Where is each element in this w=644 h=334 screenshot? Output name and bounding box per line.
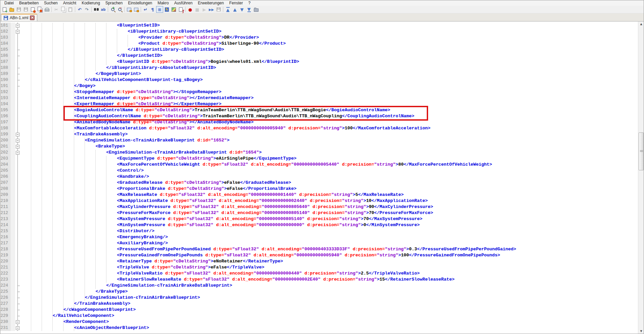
zoom-out-button[interactable]: − [116,6,123,13]
save-button[interactable] [15,6,22,13]
editor-area[interactable]: 181 <BlueprintSetID>182 <iBlueprintLibra… [0,22,644,334]
code-line-206[interactable]: 206 <Handbrake/> [0,174,638,180]
code-line-202[interactable]: 202 <EngineSimulation-cTrainAirBrakeData… [0,150,638,156]
tab-abn-1-xml[interactable]: ABn-1.xml ✕ [1,14,37,21]
code-line-198[interactable]: 198 <MaxComfortableAcceleration d:type="… [0,125,638,131]
code-line-210[interactable]: 210 <MaxApplicationRate d:type="sFloat32… [0,198,638,204]
code-line-216[interactable]: 216 <EmergencyBraking/> [0,234,638,240]
menu-item-fenster[interactable]: Fenster [227,0,246,6]
menu-item-ausf-hren[interactable]: Ausführen [172,0,195,6]
code-line-205[interactable]: 205 <Control/> [0,168,638,174]
fold-collapse-box[interactable] [16,320,19,324]
code-line-196[interactable]: 196 <CouplingAudioControlName d:type="cD… [0,113,638,119]
indent-guide-button[interactable]: ≡ [156,6,163,13]
code-pane[interactable]: 181 <BlueprintSetID>182 <iBlueprintLibra… [0,22,638,334]
macro-play-button[interactable]: ▶ [201,6,208,13]
code-line-221[interactable]: 221 <TripleValve d:type="cDeltaString">e… [0,264,638,270]
menu-item-suchen[interactable]: Suchen [41,0,60,6]
sync-horizontal-button[interactable] [133,6,140,13]
code-line-207[interactable]: 207 <GraduatedRelease d:type="cDeltaStri… [0,180,638,186]
code-line-208[interactable]: 208 <ProportionalBrake d:type="cDeltaStr… [0,186,638,192]
scroll-down-arrow[interactable]: ▼ [638,329,644,334]
cut-button[interactable]: ✂ [53,6,60,13]
code-line-197[interactable]: 197 <AnimatedBodyNodeName d:type="cDelta… [0,119,638,125]
word-wrap-button[interactable]: ↵ [142,6,149,13]
code-line-185[interactable]: 185 </iBlueprintLibrary-cBlueprintSetID> [0,47,638,53]
code-line-200[interactable]: 200 <EngineSimulation-cTrainAirBrakeBlue… [0,137,638,143]
workspace-folder-button[interactable] [252,6,260,13]
show-all-chars-button[interactable]: ¶ [149,6,156,13]
menu-item-erweiterungen[interactable]: Erweiterungen [195,0,226,6]
function-list-button[interactable]: ƒ [177,6,184,13]
save-all-button[interactable] [22,6,29,13]
scroll-up-arrow[interactable]: ▲ [638,22,644,27]
code-line-214[interactable]: 214 <MinSystemPressure d:type="sFloat32"… [0,222,638,228]
code-line-204[interactable]: 204 <MaxForcePercentOfVehicleWeight d:ty… [0,162,638,168]
code-line-184[interactable]: 184 <Product d:type="cDeltaString">Silbe… [0,41,638,47]
code-line-188[interactable]: 188 </iBlueprintLibrary-cAbsoluteBluepri… [0,65,638,71]
fold-collapse-box[interactable] [16,24,19,28]
fold-collapse-box[interactable] [16,139,19,142]
code-line-222[interactable]: 222 <TripleValveRatio d:type="sFloat32" … [0,270,638,277]
code-line-229[interactable]: 229 </RailVehicleComponent> [0,313,638,319]
nav-last-button[interactable]: ▼ [245,6,252,13]
code-line-191[interactable]: 191 </Bogey> [0,83,638,89]
code-line-218[interactable]: 218 <PressureUsedFromPipePerPoundGained … [0,246,638,252]
code-line-223[interactable]: 223 <RetainerSlowReleaseRate d:type="sFl… [0,277,638,283]
paste-button[interactable] [67,6,74,13]
code-line-213[interactable]: 213 <MaxSystemPressure d:type="sFloat32"… [0,216,638,222]
code-line-189[interactable]: 189 </BogeyBlueprint> [0,71,638,77]
macro-run-multiple-button[interactable]: ▶▶ [208,6,215,13]
nav-first-button[interactable]: ▲ [224,6,231,13]
menu-item-makro[interactable]: Makro [155,0,171,6]
fold-collapse-box[interactable] [16,326,19,330]
code-line-181[interactable]: 181 <BlueprintSetID> [0,23,638,29]
vertical-scrollbar[interactable]: ▲ ▼ [638,22,644,334]
zoom-in-button[interactable]: + [109,6,116,13]
code-line-192[interactable]: 192 <StopgoRemapper d:type="cDeltaString… [0,89,638,95]
sync-vertical-button[interactable] [126,6,133,13]
replace-button[interactable]: ab [100,6,107,13]
code-line-224[interactable]: 224 </EngineSimulation-cTrainAirBrakeDat… [0,283,638,289]
close-button[interactable]: ● [29,6,36,13]
code-line-183[interactable]: 183 <Provider d:type="cDeltaString">DR</… [0,35,638,41]
fold-collapse-box[interactable] [16,145,19,149]
code-line-226[interactable]: 226 </EngineSimulation-cTrainAirBrakeBlu… [0,295,638,301]
code-line-227[interactable]: 227 </TrainBrakeAssembly> [0,301,638,307]
nav-next-button[interactable]: ▼ [238,6,245,13]
menu-item-help[interactable]: ? [245,0,253,6]
tab-close-icon[interactable]: ✕ [30,15,35,20]
code-line-212[interactable]: 212 <PressureForMaxForce d:type="sFloat3… [0,210,638,216]
code-line-231[interactable]: 231 <cAnimObjectRenderBlueprint> [0,325,638,331]
function-completion-button[interactable]: ϟ [163,6,170,13]
code-line-201[interactable]: 201 <BrakeType> [0,143,638,150]
code-line-228[interactable]: 228 </cWagonComponentBlueprint> [0,307,638,313]
menu-item-datei[interactable]: Datei [2,0,16,6]
fold-collapse-box[interactable] [16,133,19,136]
code-line-193[interactable]: 193 <IntermediateRemapper d:type="cDelta… [0,95,638,101]
macro-record-button[interactable]: ● [187,6,194,13]
code-line-209[interactable]: 209 <MaxReleaseRate d:type="sFloat32" d:… [0,192,638,198]
code-line-215[interactable]: 215 <Distributor/> [0,228,638,234]
code-line-211[interactable]: 211 <MaxCylinderPressure d:type="sFloat3… [0,204,638,210]
code-line-220[interactable]: 220 <RetainerType d:type="cDeltaString">… [0,258,638,264]
fold-collapse-box[interactable] [16,30,19,34]
code-line-217[interactable]: 217 <AuxiliaryBraking/> [0,240,638,246]
code-line-195[interactable]: 195 <BogieAudioControlName d:type="cDelt… [0,107,638,113]
nav-prev-button[interactable]: ▲ [231,6,238,13]
code-line-199[interactable]: 199 <TrainBrakeAssembly> [0,131,638,137]
code-line-182[interactable]: 182 <iBlueprintLibrary-cBlueprintSetID> [0,29,638,35]
macro-stop-button[interactable]: ■ [194,6,201,13]
find-button[interactable] [93,6,100,13]
code-line-219[interactable]: 219 <PressureGainedFromOnePipePounds d:t… [0,252,638,258]
menu-item-einstellungen[interactable]: Einstellungen [125,0,155,6]
menu-item-kodierung[interactable]: Kodierung [79,0,103,6]
code-line-194[interactable]: 194 <ExpertRemapper d:type="cDeltaString… [0,101,638,107]
code-line-187[interactable]: 187 <BlueprintID d:type="cDeltaString">B… [0,59,638,65]
menu-item-sprachen[interactable]: Sprachen [103,0,125,6]
copy-button[interactable] [60,6,67,13]
code-line-230[interactable]: 230 <RenderComponent> [0,319,638,325]
close-all-button[interactable]: ● [36,6,43,13]
print-button[interactable] [43,6,50,13]
macro-save-button[interactable] [215,6,222,13]
